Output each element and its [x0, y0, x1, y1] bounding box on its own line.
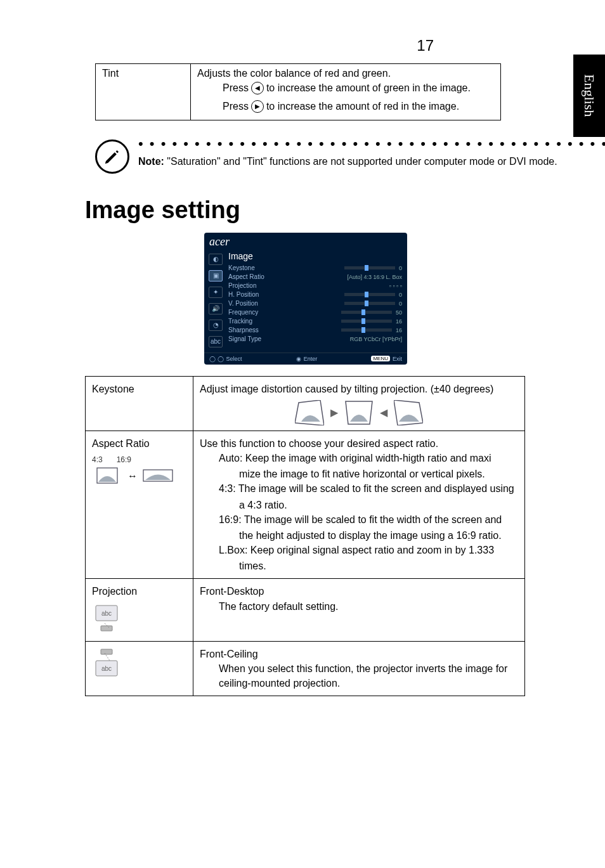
osd-icon-column: ◐ ▣ ✦ 🔊 ◔ abc	[204, 249, 227, 353]
tint-desc-cell: Adjusts the color balance of red and gre…	[191, 64, 501, 120]
aspect-desc: Use this function to choose your desired…	[200, 436, 518, 451]
aspect-label: Aspect Ratio	[92, 436, 186, 451]
note-block: • • • • • • • • • • • • • • • • • • • • …	[95, 139, 501, 174]
aspect-169-thumb	[143, 467, 173, 484]
projection-fd-cell: Front-Desktop The factory default settin…	[193, 579, 525, 641]
osd-footer-enter: Enter	[304, 356, 318, 362]
osd-row-projection: Projection▫ ▫ ▫ ▫	[228, 282, 402, 290]
osd-footer-exit: Exit	[393, 356, 402, 362]
projection-label: Projection	[92, 584, 186, 599]
svg-rect-7	[101, 626, 112, 631]
osd-val-sharp: 16	[396, 327, 402, 334]
tint-desc: Adjusts the color balance of red and gre…	[197, 68, 494, 79]
osd-brand: acer	[204, 233, 407, 249]
projection-front-ceiling-icon: abc	[92, 647, 121, 680]
keystone-shape-right	[394, 400, 423, 425]
osd-icon-image: ▣	[209, 270, 223, 282]
aspect-43-2: a 4:3 ratio.	[239, 498, 518, 512]
osd-footer: ◯ ◯ Select ◉ Enter MENU Exit	[204, 353, 407, 365]
osd-row-vpos: V. Position0	[228, 299, 402, 308]
note-body: "Saturation" and "Tint" functions are no…	[164, 156, 557, 167]
keystone-diagram-row: ▶ ◀	[200, 400, 518, 425]
osd-icon-management: ✦	[209, 287, 223, 298]
osd-row-aspect: Aspect Ratio[Auto] 4:3 16:9 L. Box	[228, 273, 402, 282]
osd-lbl-hpos: H. Position	[228, 291, 279, 298]
tint-press-left-pre: Press	[223, 79, 249, 98]
osd-title: Image	[228, 250, 402, 264]
tint-table: Tint Adjusts the color balance of red an…	[95, 63, 501, 120]
osd-icon-timer: ◔	[209, 320, 223, 331]
keystone-shape-mid	[344, 400, 374, 425]
note-dots: • • • • • • • • • • • • • • • • • • • • …	[138, 139, 605, 148]
osd-lbl-projection: Projection	[228, 282, 279, 289]
left-arrow-icon: ◀	[251, 82, 264, 94]
aspect-desc-cell: Use this function to choose your desired…	[193, 431, 525, 579]
osd-row-signal: Signal TypeRGB YCbCr [YPbPr]	[228, 335, 402, 344]
osd-footer-menu: MENU	[371, 356, 390, 361]
tint-press-left-post: to increase the amount of green in the i…	[266, 79, 471, 98]
keystone-desc: Adjust image distortion caused by tiltin…	[200, 382, 518, 396]
tint-label-cell: Tint	[96, 64, 191, 120]
osd-lbl-aspect: Aspect Ratio	[228, 273, 279, 280]
osd-lbl-vpos: V. Position	[228, 300, 279, 307]
note-pencil-icon	[95, 139, 129, 174]
keystone-arrow-1: ▶	[330, 405, 338, 420]
aspect-arrows-icon: ↔	[127, 469, 138, 483]
keystone-desc-cell: Adjust image distortion caused by tiltin…	[193, 376, 525, 431]
svg-text:abc: abc	[101, 665, 112, 672]
osd-screenshot: acer ◐ ▣ ✦ 🔊 ◔ abc Image Keystone0 Aspec…	[204, 233, 407, 365]
osd-val-projection: ▫ ▫ ▫ ▫	[279, 283, 402, 289]
language-side-tab-label: English	[581, 74, 597, 117]
section-heading: Image setting	[85, 197, 523, 224]
osd-row-sharp: Sharpness16	[228, 326, 402, 335]
osd-lbl-freq: Frequency	[228, 309, 279, 316]
osd-val-track: 16	[396, 318, 402, 325]
projection-front-desktop-icon: abc	[92, 603, 121, 636]
osd-row-hpos: H. Position0	[228, 290, 402, 299]
osd-val-vpos: 0	[399, 301, 402, 307]
projection-fc-title: Front-Ceiling	[200, 647, 518, 661]
aspect-label-cell: Aspect Ratio 4:3 16:9 ↔	[86, 431, 193, 579]
projection-fd-desc: The factory default setting.	[219, 599, 518, 614]
aspect-169-label: 16:9	[117, 455, 131, 465]
osd-val-keystone: 0	[399, 265, 402, 271]
keystone-arrow-2: ◀	[380, 405, 387, 420]
note-bold: Note:	[138, 156, 164, 167]
osd-lbl-sharp: Sharpness	[228, 327, 279, 334]
aspect-169-1: 16:9: The image will be scaled to fit th…	[219, 512, 518, 527]
aspect-auto-2: mize the image to fit native horizontal …	[239, 467, 518, 481]
tint-press-right-post: to increase the amount of red in the ima…	[266, 98, 459, 116]
aspect-auto-1: Auto: Keep the image with original width…	[219, 451, 518, 465]
osd-row-track: Tracking16	[228, 317, 402, 326]
osd-val-aspect: [Auto] 4:3 16:9 L. Box	[279, 274, 402, 280]
osd-val-hpos: 0	[399, 292, 402, 298]
projection-label-cell: Projection abc	[86, 579, 193, 641]
osd-footer-select: Select	[226, 356, 242, 362]
aspect-lbox-2: times.	[239, 559, 518, 573]
note-text: Note: "Saturation" and "Tint" functions …	[138, 155, 605, 169]
osd-row-keystone: Keystone0	[228, 264, 402, 273]
svg-text:abc: abc	[101, 610, 112, 617]
osd-icon-language: abc	[209, 336, 223, 347]
projection-fd-title: Front-Desktop	[200, 584, 518, 599]
aspect-43-label: 4:3	[92, 455, 103, 465]
projection-fc-icon-cell: abc	[86, 641, 193, 696]
projection-fc-cell: Front-Ceiling When you select this funct…	[193, 641, 525, 696]
keystone-shape-left	[295, 400, 324, 425]
keystone-label-cell: Keystone	[86, 376, 193, 431]
aspect-43-thumb	[92, 467, 122, 484]
tint-press-left-line: Press ◀ to increase the amount of green …	[223, 79, 494, 98]
right-arrow-icon: ▶	[251, 100, 264, 113]
osd-icon-color: ◐	[209, 254, 223, 265]
osd-row-freq: Frequency50	[228, 308, 402, 317]
projection-fc-desc: When you select this function, the proje…	[219, 661, 518, 690]
osd-lbl-signal: Signal Type	[228, 335, 279, 342]
image-settings-table: Keystone Adjust image distortion caused …	[85, 376, 525, 697]
osd-val-signal: RGB YCbCr [YPbPr]	[279, 336, 402, 342]
osd-lbl-keystone: Keystone	[228, 264, 279, 271]
aspect-lbox-1: L.Box: Keep original signal aspect ratio…	[219, 543, 518, 557]
page-number: 17	[417, 37, 434, 55]
osd-lbl-track: Tracking	[228, 318, 279, 325]
osd-icon-audio: 🔊	[209, 303, 223, 314]
aspect-thumbs: 4:3 16:9	[92, 455, 186, 465]
